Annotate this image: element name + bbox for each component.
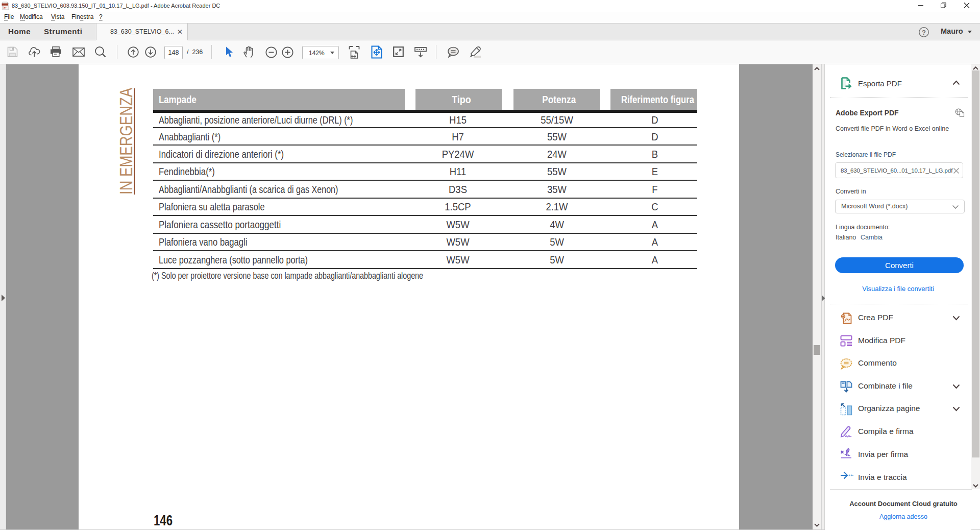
- svg-text:?: ?: [922, 29, 926, 36]
